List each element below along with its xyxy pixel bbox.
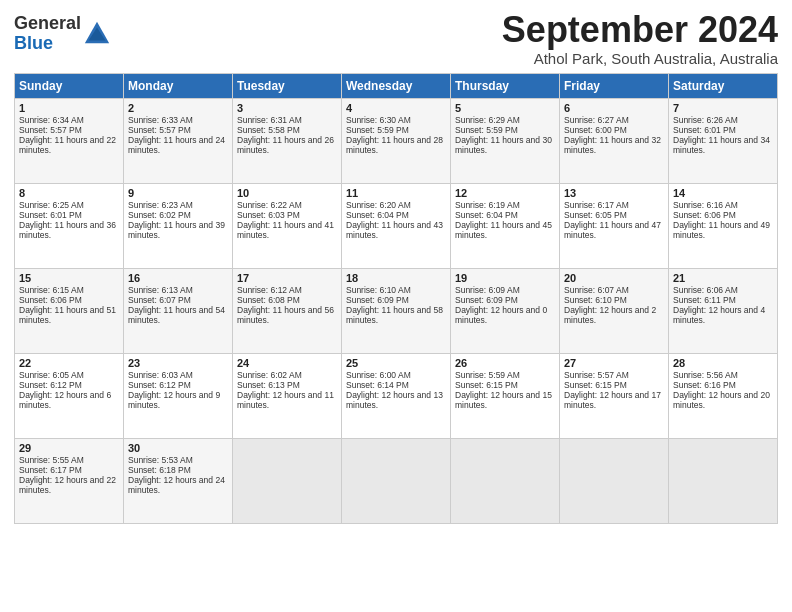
day-number: 9 — [128, 187, 228, 199]
sunset: Sunset: 5:59 PM — [455, 125, 518, 135]
sunset: Sunset: 6:12 PM — [19, 380, 82, 390]
calendar-day-cell: 8Sunrise: 6:25 AMSunset: 6:01 PMDaylight… — [15, 183, 124, 268]
sunset: Sunset: 6:09 PM — [455, 295, 518, 305]
sunset: Sunset: 6:03 PM — [237, 210, 300, 220]
day-number: 25 — [346, 357, 446, 369]
day-number: 8 — [19, 187, 119, 199]
header: General Blue September 2024 Athol Park, … — [14, 10, 778, 67]
calendar-week-row: 29Sunrise: 5:55 AMSunset: 6:17 PMDayligh… — [15, 438, 778, 523]
sunset: Sunset: 6:06 PM — [673, 210, 736, 220]
logo-general: General — [14, 14, 81, 34]
sunrise: Sunrise: 6:23 AM — [128, 200, 193, 210]
calendar-day-cell: 7Sunrise: 6:26 AMSunset: 6:01 PMDaylight… — [669, 98, 778, 183]
calendar-day-cell: 1Sunrise: 6:34 AMSunset: 5:57 PMDaylight… — [15, 98, 124, 183]
sunrise: Sunrise: 6:09 AM — [455, 285, 520, 295]
title-area: September 2024 Athol Park, South Austral… — [502, 10, 778, 67]
daylight: Daylight: 11 hours and 56 minutes. — [237, 305, 334, 325]
sunrise: Sunrise: 6:33 AM — [128, 115, 193, 125]
calendar-header-row: SundayMondayTuesdayWednesdayThursdayFrid… — [15, 73, 778, 98]
calendar-day-cell: 24Sunrise: 6:02 AMSunset: 6:13 PMDayligh… — [233, 353, 342, 438]
sunrise: Sunrise: 6:34 AM — [19, 115, 84, 125]
sunrise: Sunrise: 5:57 AM — [564, 370, 629, 380]
calendar-header-cell: Saturday — [669, 73, 778, 98]
daylight: Daylight: 12 hours and 6 minutes. — [19, 390, 111, 410]
sunrise: Sunrise: 6:22 AM — [237, 200, 302, 210]
daylight: Daylight: 11 hours and 47 minutes. — [564, 220, 661, 240]
day-number: 6 — [564, 102, 664, 114]
sunrise: Sunrise: 6:02 AM — [237, 370, 302, 380]
sunrise: Sunrise: 6:27 AM — [564, 115, 629, 125]
sunrise: Sunrise: 6:25 AM — [19, 200, 84, 210]
sunrise: Sunrise: 6:31 AM — [237, 115, 302, 125]
sunset: Sunset: 6:15 PM — [455, 380, 518, 390]
daylight: Daylight: 12 hours and 11 minutes. — [237, 390, 334, 410]
sunset: Sunset: 6:17 PM — [19, 465, 82, 475]
sunrise: Sunrise: 5:55 AM — [19, 455, 84, 465]
calendar-day-cell: 26Sunrise: 5:59 AMSunset: 6:15 PMDayligh… — [451, 353, 560, 438]
daylight: Daylight: 11 hours and 43 minutes. — [346, 220, 443, 240]
daylight: Daylight: 11 hours and 36 minutes. — [19, 220, 116, 240]
daylight: Daylight: 11 hours and 22 minutes. — [19, 135, 116, 155]
calendar-day-cell: 30Sunrise: 5:53 AMSunset: 6:18 PMDayligh… — [124, 438, 233, 523]
sunrise: Sunrise: 6:16 AM — [673, 200, 738, 210]
sunset: Sunset: 5:58 PM — [237, 125, 300, 135]
calendar-day-cell: 19Sunrise: 6:09 AMSunset: 6:09 PMDayligh… — [451, 268, 560, 353]
calendar-header-cell: Sunday — [15, 73, 124, 98]
day-number: 2 — [128, 102, 228, 114]
daylight: Daylight: 11 hours and 34 minutes. — [673, 135, 770, 155]
day-number: 24 — [237, 357, 337, 369]
day-number: 13 — [564, 187, 664, 199]
daylight: Daylight: 11 hours and 51 minutes. — [19, 305, 116, 325]
day-number: 29 — [19, 442, 119, 454]
sunset: Sunset: 6:18 PM — [128, 465, 191, 475]
sunset: Sunset: 6:08 PM — [237, 295, 300, 305]
logo: General Blue — [14, 14, 111, 54]
sunset: Sunset: 6:11 PM — [673, 295, 736, 305]
sunset: Sunset: 6:00 PM — [564, 125, 627, 135]
daylight: Daylight: 11 hours and 24 minutes. — [128, 135, 225, 155]
daylight: Daylight: 12 hours and 0 minutes. — [455, 305, 547, 325]
calendar-day-cell: 23Sunrise: 6:03 AMSunset: 6:12 PMDayligh… — [124, 353, 233, 438]
sunset: Sunset: 6:01 PM — [19, 210, 82, 220]
day-number: 22 — [19, 357, 119, 369]
sunrise: Sunrise: 6:29 AM — [455, 115, 520, 125]
calendar-day-cell: 25Sunrise: 6:00 AMSunset: 6:14 PMDayligh… — [342, 353, 451, 438]
calendar-day-cell: 15Sunrise: 6:15 AMSunset: 6:06 PMDayligh… — [15, 268, 124, 353]
calendar-day-cell: 12Sunrise: 6:19 AMSunset: 6:04 PMDayligh… — [451, 183, 560, 268]
day-number: 15 — [19, 272, 119, 284]
calendar-header-cell: Tuesday — [233, 73, 342, 98]
sunset: Sunset: 6:16 PM — [673, 380, 736, 390]
calendar-day-cell — [451, 438, 560, 523]
daylight: Daylight: 11 hours and 54 minutes. — [128, 305, 225, 325]
day-number: 7 — [673, 102, 773, 114]
calendar-week-row: 22Sunrise: 6:05 AMSunset: 6:12 PMDayligh… — [15, 353, 778, 438]
day-number: 23 — [128, 357, 228, 369]
calendar-day-cell: 3Sunrise: 6:31 AMSunset: 5:58 PMDaylight… — [233, 98, 342, 183]
calendar-day-cell: 10Sunrise: 6:22 AMSunset: 6:03 PMDayligh… — [233, 183, 342, 268]
sunrise: Sunrise: 6:03 AM — [128, 370, 193, 380]
day-number: 3 — [237, 102, 337, 114]
day-number: 12 — [455, 187, 555, 199]
calendar-day-cell: 28Sunrise: 5:56 AMSunset: 6:16 PMDayligh… — [669, 353, 778, 438]
day-number: 5 — [455, 102, 555, 114]
daylight: Daylight: 12 hours and 13 minutes. — [346, 390, 443, 410]
daylight: Daylight: 11 hours and 26 minutes. — [237, 135, 334, 155]
sunrise: Sunrise: 6:12 AM — [237, 285, 302, 295]
day-number: 21 — [673, 272, 773, 284]
sunset: Sunset: 6:01 PM — [673, 125, 736, 135]
calendar-day-cell — [560, 438, 669, 523]
day-number: 16 — [128, 272, 228, 284]
sunrise: Sunrise: 6:00 AM — [346, 370, 411, 380]
day-number: 14 — [673, 187, 773, 199]
sunrise: Sunrise: 6:20 AM — [346, 200, 411, 210]
daylight: Daylight: 12 hours and 24 minutes. — [128, 475, 225, 495]
sunset: Sunset: 6:09 PM — [346, 295, 409, 305]
calendar-body: 1Sunrise: 6:34 AMSunset: 5:57 PMDaylight… — [15, 98, 778, 523]
sunset: Sunset: 6:14 PM — [346, 380, 409, 390]
calendar-day-cell: 17Sunrise: 6:12 AMSunset: 6:08 PMDayligh… — [233, 268, 342, 353]
sunset: Sunset: 6:06 PM — [19, 295, 82, 305]
day-number: 11 — [346, 187, 446, 199]
calendar-page: General Blue September 2024 Athol Park, … — [0, 0, 792, 612]
day-number: 28 — [673, 357, 773, 369]
daylight: Daylight: 12 hours and 20 minutes. — [673, 390, 770, 410]
